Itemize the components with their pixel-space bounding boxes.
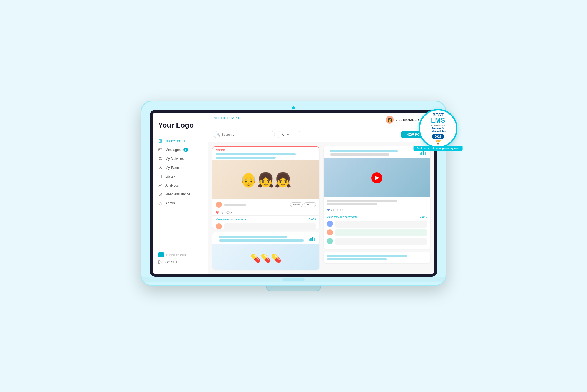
notice-board-icon xyxy=(158,139,163,143)
tab-notice-board[interactable]: NOTICE BOARD xyxy=(214,116,239,123)
video-comments-number: 6 xyxy=(342,209,343,212)
video-comment-1-bubble xyxy=(335,221,427,228)
nav-menu: Notice Board Messages 6 xyxy=(153,137,208,208)
post-author-skeleton xyxy=(224,204,246,206)
second-post-line1 xyxy=(219,236,287,238)
sidebar-item-notice-board[interactable]: Notice Board xyxy=(153,137,208,145)
second-post-card: 💊💊💊 xyxy=(212,232,319,270)
sidebar-messages-label: Messages xyxy=(165,148,181,152)
pinned-label: PINNED xyxy=(212,147,319,152)
play-button[interactable] xyxy=(371,172,382,183)
svg-rect-18 xyxy=(309,239,310,241)
sidebar-item-my-team[interactable]: My Team xyxy=(153,163,208,172)
comment-item xyxy=(216,223,316,229)
video-likes-number: 21 xyxy=(331,209,334,212)
laptop-stand xyxy=(266,286,321,291)
right-post-line1 xyxy=(327,255,407,257)
sidebar-item-analytics[interactable]: Analytics xyxy=(153,181,208,190)
sidebar-assistance-label: Need Assistance xyxy=(165,192,190,196)
comments-count[interactable]: 3 xyxy=(226,211,232,214)
view-previous-comments[interactable]: View previous comments xyxy=(216,218,247,221)
screen: Your Logo xyxy=(153,113,434,274)
heart-icon-2 xyxy=(327,209,330,212)
filter-label: All xyxy=(282,133,285,136)
main-content: NOTICE BOARD 👩 JILL MANAGER EN xyxy=(208,113,434,274)
video-post-card: 21 6 View previous comments xyxy=(324,146,431,249)
view-prev-video-comments[interactable]: View previous comments xyxy=(327,215,358,219)
video-reactions: 21 6 xyxy=(324,207,431,213)
right-second-post-card xyxy=(324,252,431,263)
svg-rect-4 xyxy=(159,148,162,151)
second-post-lines xyxy=(216,234,307,243)
video-comment-2 xyxy=(327,229,427,236)
post-reactions: 20 3 xyxy=(212,210,319,215)
video-comments-header: View previous comments 2 of 6 xyxy=(327,215,427,219)
comment-bubble xyxy=(224,223,316,229)
sidebar-activities-label: My Activities xyxy=(165,157,184,161)
logout-button[interactable]: LOG OUT xyxy=(158,260,202,264)
video-comment-1 xyxy=(327,221,427,228)
sidebar-item-my-activities[interactable]: My Activities xyxy=(153,154,208,163)
video-post-lines xyxy=(327,148,418,157)
comments-count-label: 0 of 3 xyxy=(309,218,316,221)
filter-chevron-icon xyxy=(287,133,289,136)
svg-rect-20 xyxy=(312,237,313,241)
svg-rect-21 xyxy=(314,238,315,241)
badge-year-label: 2023 xyxy=(432,134,444,139)
webcam-dot xyxy=(292,106,295,109)
svg-line-17 xyxy=(227,213,228,214)
search-input-wrap: 🔍 xyxy=(214,131,275,138)
post-image-family: 👴👧👧 xyxy=(212,160,319,199)
post-subtitle-skeleton xyxy=(216,157,276,159)
video-line1 xyxy=(330,150,398,152)
post-footer: NEWS BLOG xyxy=(212,199,319,210)
video-comments-count: 2 of 6 xyxy=(420,215,427,219)
user-avatar: 👩 xyxy=(386,116,394,124)
sidebar-notice-board-label: Notice Board xyxy=(165,139,185,143)
sidebar-team-label: My Team xyxy=(165,166,179,170)
filter-dropdown[interactable]: All xyxy=(278,131,300,138)
sidebar-item-admin[interactable]: Admin xyxy=(153,199,208,208)
video-commenter-2-avatar xyxy=(327,229,333,235)
comment-icon-2 xyxy=(337,209,341,212)
badge-lms-label: LMS xyxy=(431,117,445,124)
sidebar-analytics-label: Analytics xyxy=(165,183,179,187)
sidebar-library-label: Library xyxy=(165,175,176,178)
likes-count[interactable]: 20 xyxy=(216,211,223,214)
video-commenter-1-avatar xyxy=(327,221,333,227)
svg-text:?: ? xyxy=(160,193,161,196)
tag-news[interactable]: NEWS xyxy=(290,202,303,207)
search-bar-area: 🔍 All NEW POST xyxy=(208,127,434,142)
laptop-bottom xyxy=(141,277,446,282)
likes-number: 20 xyxy=(220,211,223,214)
video-thumbnail[interactable] xyxy=(324,158,431,197)
nav-tabs: NOTICE BOARD xyxy=(214,116,239,123)
badge-specialty-label: Medical & Telemedicine xyxy=(424,127,452,133)
activities-icon xyxy=(158,157,163,161)
pinned-post-card: PINNED 👴👧👧 xyxy=(212,146,319,229)
logo: Your Logo xyxy=(153,118,208,137)
sidebar-item-library[interactable]: Library xyxy=(153,172,208,181)
tag-blog[interactable]: BLOG xyxy=(304,202,316,207)
badge-for-label: for Healthcare, xyxy=(431,124,445,127)
svg-rect-8 xyxy=(159,175,160,178)
video-comment-3-bubble xyxy=(335,238,427,245)
second-post-line2 xyxy=(219,239,304,242)
sidebar: Your Logo xyxy=(153,113,208,274)
second-post-top xyxy=(212,232,319,244)
video-comments[interactable]: 6 xyxy=(337,209,343,212)
badge-featured-label: Featured on eLearningIndustry.com xyxy=(414,146,463,151)
sidebar-item-messages[interactable]: Messages 6 xyxy=(153,145,208,154)
analytics-chart-icon xyxy=(307,234,316,243)
logout-label: LOG OUT xyxy=(164,260,178,264)
sidebar-item-need-assistance[interactable]: ? Need Assistance xyxy=(153,190,208,199)
best-lms-badge: BEST LMS for Healthcare, Medical & Telem… xyxy=(419,109,463,153)
video-likes[interactable]: 21 xyxy=(327,209,334,212)
sidebar-admin-label: Admin xyxy=(165,201,175,205)
svg-rect-16 xyxy=(227,211,229,214)
video-comments-section: View previous comments 2 of 6 xyxy=(324,213,431,249)
badge-icon: 🏆 xyxy=(435,139,441,145)
comment-icon xyxy=(226,211,230,214)
logout-icon xyxy=(158,260,162,264)
search-input[interactable] xyxy=(214,131,275,138)
